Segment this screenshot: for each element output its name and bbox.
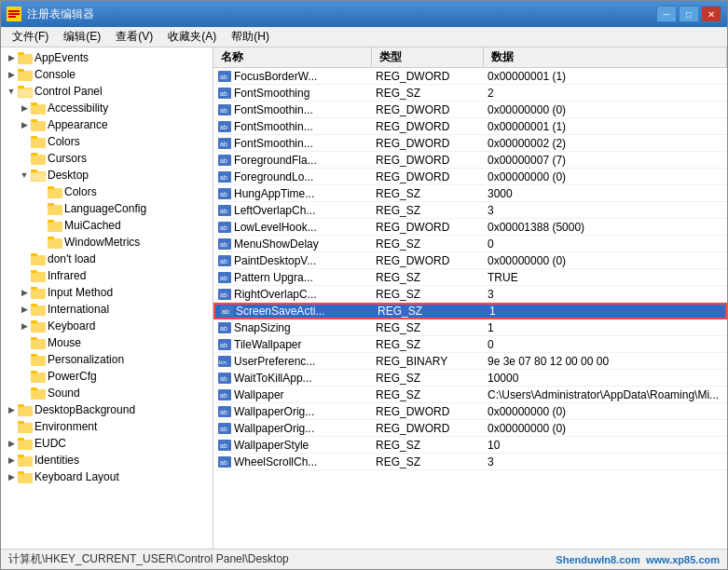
tree-node-mouse[interactable]: Mouse (1, 334, 213, 351)
expand-arrow[interactable] (5, 470, 18, 483)
expand-arrow[interactable] (18, 102, 31, 115)
cell-data: 10000 (484, 372, 727, 385)
tree-node-environment[interactable]: Environment (1, 418, 213, 435)
table-row[interactable]: ab TileWallpaper REG_SZ 0 (213, 336, 727, 353)
table-row[interactable]: ab PaintDesktopV... REG_DWORD 0x00000000… (213, 252, 727, 269)
expand-arrow[interactable] (5, 454, 18, 467)
table-row[interactable]: ab LeftOverlapCh... REG_SZ 3 (213, 202, 727, 219)
svg-rect-44 (31, 373, 46, 383)
cell-name: ab WallpaperStyle (213, 439, 372, 452)
tree-node-windowmetrics[interactable]: WindowMetrics (1, 234, 213, 251)
menu-file[interactable]: 文件(F) (5, 27, 56, 47)
menu-favorites[interactable]: 收藏夹(A) (160, 27, 224, 47)
cell-data: 0x00000000 (0) (484, 422, 727, 435)
cell-data: 3 (484, 204, 727, 217)
tree-node-infrared[interactable]: Infrared (1, 267, 213, 284)
table-row[interactable]: ab FontSmoothing REG_SZ 2 (213, 85, 727, 102)
header-type[interactable]: 类型 (372, 48, 484, 67)
table-row[interactable]: ab Wallpaper REG_SZ C:\Users\Administrat… (213, 387, 727, 403)
folder-icon (18, 420, 33, 433)
menu-edit[interactable]: 编辑(E) (56, 27, 108, 47)
expand-arrow[interactable] (5, 437, 18, 450)
tree-node-appearance[interactable]: Appearance (1, 116, 213, 133)
tree-node-appevents[interactable]: AppEvents (1, 49, 213, 66)
tree-node-console[interactable]: Console (1, 66, 213, 83)
close-button[interactable]: ✕ (701, 6, 721, 22)
expand-arrow[interactable] (5, 51, 18, 64)
table-row[interactable]: ab FontSmoothin... REG_DWORD 0x00000000 … (213, 102, 727, 118)
table-row[interactable]: ab ScreenSaveActi... REG_SZ 1 (213, 303, 727, 319)
minimize-button[interactable]: ─ (656, 6, 677, 22)
reg-type-icon: ab (217, 87, 232, 100)
header-name[interactable]: 名称 (213, 48, 372, 67)
svg-rect-16 (31, 136, 37, 139)
tree-node-dontload[interactable]: don't load (1, 251, 213, 267)
cell-name: bin UserPreferenc... (213, 355, 372, 368)
tree-node-desktop-colors[interactable]: Colors (1, 183, 213, 200)
cell-data: 0x00000001 (1) (484, 120, 727, 133)
tree-node-sound[interactable]: Sound (1, 385, 213, 401)
tree-node-keyboard[interactable]: Keyboard (1, 318, 213, 334)
svg-rect-54 (18, 456, 33, 467)
svg-rect-2 (8, 13, 20, 15)
tree-node-international[interactable]: International (1, 301, 213, 318)
expand-arrow[interactable] (18, 303, 31, 316)
table-row[interactable]: ab WallpaperStyle REG_SZ 10 (213, 437, 727, 454)
cell-data: 0x00000001 (1) (484, 70, 727, 83)
table-row[interactable]: ab SnapSizing REG_SZ 1 (213, 319, 727, 336)
expand-arrow[interactable] (5, 403, 18, 416)
header-data[interactable]: 数据 (484, 48, 727, 67)
table-row[interactable]: ab WallpaperOrig... REG_DWORD 0x00000000… (213, 420, 727, 437)
tree-node-desktop[interactable]: Desktop (1, 167, 213, 183)
tree-node-eudc[interactable]: EUDC (1, 435, 213, 452)
reg-type-icon: ab (217, 372, 232, 385)
tree-node-powercfg[interactable]: PowerCfg (1, 368, 213, 385)
svg-rect-48 (18, 406, 33, 416)
expand-arrow[interactable] (18, 169, 31, 182)
tree-node-desktopbackground[interactable]: DesktopBackground (1, 401, 213, 418)
folder-icon (31, 319, 46, 332)
table-row[interactable]: ab HungAppTime... REG_SZ 3000 (213, 185, 727, 202)
expand-arrow (18, 370, 31, 383)
tree-node-cursors[interactable]: Cursors (1, 150, 213, 167)
tree-node-languageconfig[interactable]: LanguageConfig (1, 200, 213, 217)
tree-node-colors[interactable]: Colors (1, 133, 213, 150)
expand-arrow[interactable] (18, 286, 31, 299)
table-row[interactable]: ab FontSmoothin... REG_DWORD 0x00000002 … (213, 135, 727, 152)
tree-node-accessibility[interactable]: Accessibility (1, 100, 213, 116)
table-row[interactable]: ab WaitToKillApp... REG_SZ 10000 (213, 370, 727, 387)
tree-node-muicached[interactable]: MuiCached (1, 217, 213, 234)
svg-rect-30 (31, 255, 46, 265)
tree-node-personalization[interactable]: Personalization (1, 351, 213, 368)
table-row[interactable]: ab LowLevelHook... REG_DWORD 0x00001388 … (213, 219, 727, 236)
folder-icon (31, 102, 46, 115)
table-row[interactable]: ab Pattern Upgra... REG_SZ TRUE (213, 269, 727, 286)
tree-node-controlpanel[interactable]: Control Panel (1, 83, 213, 100)
svg-rect-50 (18, 423, 33, 433)
table-row[interactable]: ab RightOverlapC... REG_SZ 3 (213, 286, 727, 303)
svg-rect-5 (18, 52, 24, 55)
table-row[interactable]: ab FontSmoothin... REG_DWORD 0x00000001 … (213, 118, 727, 135)
table-row[interactable]: ab ForegroundFla... REG_DWORD 0x00000007… (213, 152, 727, 169)
cell-name: ab FontSmoothin... (213, 103, 372, 116)
table-row[interactable]: ab FocusBorderW... REG_DWORD 0x00000001 … (213, 68, 727, 85)
table-row[interactable]: ab MenuShowDelay REG_SZ 0 (213, 236, 727, 252)
table-row[interactable]: ab ForegroundLo... REG_DWORD 0x00000000 … (213, 169, 727, 185)
reg-type-icon: ab (217, 137, 232, 150)
menu-view[interactable]: 查看(V) (108, 27, 160, 47)
expand-arrow[interactable] (5, 68, 18, 81)
table-row[interactable]: bin UserPreferenc... REG_BINARY 9e 3e 07… (213, 353, 727, 370)
cell-name: ab TileWallpaper (213, 338, 372, 351)
table-row[interactable]: ab WallpaperOrig... REG_DWORD 0x00000000… (213, 403, 727, 420)
svg-rect-43 (31, 354, 37, 357)
tree-node-identities[interactable]: Identities (1, 452, 213, 468)
expand-arrow[interactable] (18, 118, 31, 131)
menu-help[interactable]: 帮助(H) (224, 27, 277, 47)
tree-node-inputmethod[interactable]: Input Method (1, 284, 213, 301)
table-row[interactable]: ab WheelScrollCh... REG_SZ 3 (213, 454, 727, 470)
expand-arrow[interactable] (5, 85, 18, 98)
expand-arrow[interactable] (18, 319, 31, 332)
maximize-button[interactable]: □ (679, 6, 699, 22)
tree-node-keyboardlayout[interactable]: Keyboard Layout (1, 468, 213, 485)
folder-icon (31, 135, 46, 148)
